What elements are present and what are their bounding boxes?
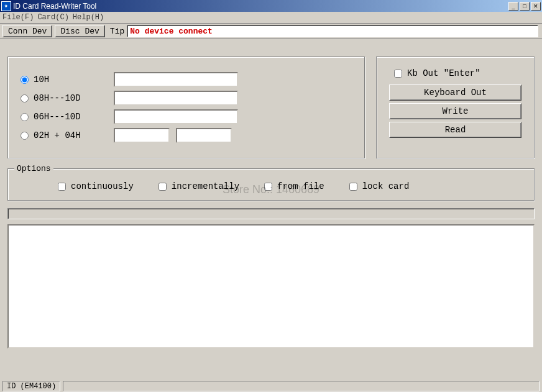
opt-continuously-input[interactable] <box>58 183 66 191</box>
input-10h[interactable] <box>114 72 238 87</box>
content-area: 10H 08H---10D 06H---10D <box>0 39 542 355</box>
kb-out-enter-label: Kb Out "Enter" <box>407 68 480 78</box>
log-textarea[interactable] <box>7 224 535 349</box>
radio-06h10d-label: 06H---10D <box>34 112 81 122</box>
keyboard-out-button[interactable]: Keyboard Out <box>389 84 521 101</box>
tip-label: Tip <box>110 27 124 36</box>
input-04h[interactable] <box>176 128 232 143</box>
menu-card[interactable]: Card(C) <box>37 13 68 22</box>
tip-value: No device connect <box>127 25 538 37</box>
opt-lock-card-label: lock card <box>362 181 410 191</box>
close-button[interactable]: ✕ <box>531 2 541 11</box>
input-06h10d[interactable] <box>114 109 238 124</box>
options-legend: Options <box>14 164 53 173</box>
radio-02h04h-label: 02H + 04H <box>34 130 81 140</box>
opt-incrementally[interactable]: incrementally <box>158 181 239 191</box>
titlebar: ✦ ID Card Read-Writer Tool _ □ ✕ <box>0 0 542 12</box>
opt-incrementally-label: incrementally <box>172 181 239 191</box>
radio-02h04h-input[interactable] <box>21 132 29 140</box>
action-group: Kb Out "Enter" Keyboard Out Write Read <box>376 57 535 158</box>
toolbar: Conn Dev Disc Dev Tip No device connect <box>0 23 542 39</box>
maximize-button[interactable]: □ <box>520 2 530 11</box>
write-button[interactable]: Write <box>389 103 521 119</box>
input-02h[interactable] <box>114 128 170 143</box>
kb-out-enter-input[interactable] <box>394 70 402 78</box>
conn-dev-button[interactable]: Conn Dev <box>2 25 52 37</box>
read-button[interactable]: Read <box>389 122 521 138</box>
window-title: ID Card Read-Writer Tool <box>13 2 508 11</box>
opt-continuously-label: continuously <box>71 181 134 191</box>
opt-continuously[interactable]: continuously <box>58 181 134 191</box>
radio-08h10d-input[interactable] <box>21 94 29 103</box>
opt-lock-card[interactable]: lock card <box>349 181 410 191</box>
radio-06h10d[interactable]: 06H---10D <box>21 112 108 122</box>
menubar: File(F) Card(C) Help(H) <box>0 12 542 23</box>
opt-lock-card-input[interactable] <box>349 183 357 191</box>
options-group: Options continuously incrementally from … <box>7 168 535 201</box>
radio-08h10d[interactable]: 08H---10D <box>21 93 108 103</box>
opt-from-file[interactable]: from file <box>264 181 324 191</box>
status-tab[interactable]: ID (EM4100) <box>2 381 60 391</box>
radio-10h[interactable]: 10H <box>21 75 108 84</box>
progress-bar <box>7 208 535 219</box>
disc-dev-button[interactable]: Disc Dev <box>55 25 104 37</box>
opt-incrementally-input[interactable] <box>158 183 167 191</box>
input-08h10d[interactable] <box>114 91 238 106</box>
menu-file[interactable]: File(F) <box>2 13 34 22</box>
app-icon: ✦ <box>1 1 11 11</box>
opt-from-file-input[interactable] <box>264 183 272 191</box>
opt-from-file-label: from file <box>277 181 324 191</box>
radio-10h-label: 10H <box>34 75 49 84</box>
radio-02h04h[interactable]: 02H + 04H <box>21 130 108 140</box>
kb-out-enter-check[interactable]: Kb Out "Enter" <box>389 68 521 78</box>
minimize-button[interactable]: _ <box>508 2 518 11</box>
menu-help[interactable]: Help(H) <box>73 13 104 22</box>
radio-10h-input[interactable] <box>21 76 29 84</box>
status-empty <box>63 381 540 391</box>
statusbar: ID (EM4100) <box>0 380 542 392</box>
format-group: 10H 08H---10D 06H---10D <box>7 57 365 158</box>
radio-08h10d-label: 08H---10D <box>34 93 81 103</box>
radio-06h10d-input[interactable] <box>21 113 29 121</box>
